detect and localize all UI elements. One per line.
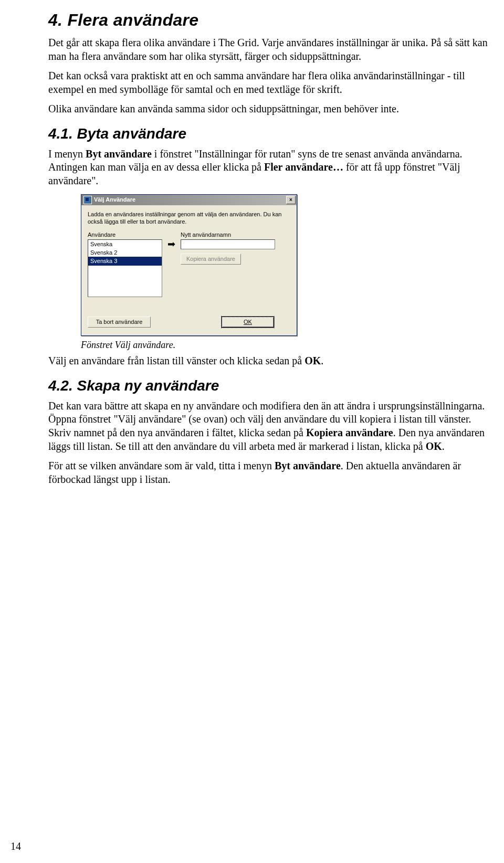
figure-caption: Fönstret Välj användare. [81,339,489,351]
para-4-2: Det kan också vara praktiskt att en och … [48,69,489,96]
label-users: Användare [88,231,162,238]
close-icon[interactable]: × [286,196,296,204]
menu-name-bold: Fler användare… [264,161,343,173]
ok-label: OK [244,319,252,325]
delete-user-button[interactable]: Ta bort användare [88,317,151,328]
window-title: Välj Användare [94,196,135,203]
left-column: Användare Svenska Svenska 2 Svenska 3 [88,231,162,297]
heading-4-1: 4.1. Byta användare [48,124,489,143]
text: . [442,440,445,452]
copy-user-button[interactable]: Kopiera användare [181,254,241,265]
heading-4-2: 4.2. Skapa ny användare [48,376,489,395]
new-username-input[interactable] [181,239,275,249]
titlebar: Välj Användare × [81,195,297,205]
user-listbox[interactable]: Svenska Svenska 2 Svenska 3 [88,239,162,297]
app-icon [83,196,92,204]
select-user-dialog: Välj Användare × Ladda en användares ins… [81,194,297,336]
text: . [321,355,323,366]
bold: OK [426,440,442,452]
text: För att se vilken användare som är vald,… [48,460,275,471]
bold: Byt användare [275,460,341,471]
bold: Kopiera användare [306,427,393,438]
para-4-2-b: För att se vilken användare som är vald,… [48,459,489,486]
dialog-info-text: Ladda en användares inställningar genom … [88,211,290,226]
para-4-2-a: Det kan vara bättre att skapa en ny anvä… [48,399,489,453]
label-new-username: Nytt användarnamn [181,231,290,238]
arrow-right-icon: ➡ [167,239,175,249]
ok-focus-ring: OK [221,316,275,328]
para-4-1-after: Välj en användare från listan till vänst… [48,354,489,368]
para-4-3: Olika användare kan använda samma sidor … [48,102,489,116]
text: Välj en användare från listan till vänst… [48,355,304,366]
list-item[interactable]: Svenska 2 [88,248,162,257]
ok-button[interactable]: OK [222,317,274,328]
menu-name-bold: Byt användare [86,148,152,160]
text: I menyn [48,148,86,160]
bold: OK [304,355,321,366]
dialog-screenshot: Välj Användare × Ladda en användares ins… [81,194,489,336]
list-item-selected[interactable]: Svenska 3 [88,257,162,265]
list-item[interactable]: Svenska [88,240,162,248]
right-column: Nytt användarnamn Kopiera användare [181,231,290,265]
heading-4: 4. Flera användare [48,9,489,31]
para-4-1: Det går att skapa flera olika användare … [48,36,489,63]
para-4-1-intro: I menyn Byt användare i fönstret "Instäl… [48,148,489,188]
